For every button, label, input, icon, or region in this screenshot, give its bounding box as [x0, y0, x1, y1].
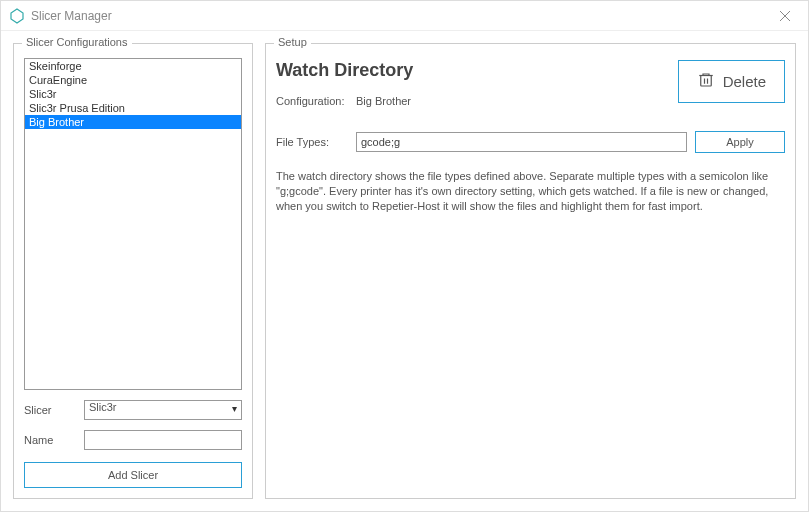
configuration-label: Configuration:: [276, 95, 356, 107]
apply-button[interactable]: Apply: [695, 131, 785, 153]
setup-group: Setup Watch Directory Configuration: Big…: [265, 43, 796, 499]
slicer-select[interactable]: Slic3r: [84, 400, 242, 420]
right-legend: Setup: [274, 36, 311, 48]
close-button[interactable]: [770, 1, 800, 31]
help-text: The watch directory shows the file types…: [276, 169, 785, 214]
left-legend: Slicer Configurations: [22, 36, 132, 48]
slicer-label: Slicer: [24, 404, 84, 416]
slicer-select-value: Slic3r: [89, 401, 117, 413]
svg-marker-0: [11, 9, 23, 23]
configuration-row: Configuration: Big Brother: [276, 95, 413, 107]
setup-title-block: Watch Directory Configuration: Big Broth…: [276, 60, 413, 107]
left-panel: Slicer Configurations SkeinforgeCuraEngi…: [13, 43, 253, 499]
add-slicer-button[interactable]: Add Slicer: [24, 462, 242, 488]
name-row: Name: [24, 430, 242, 450]
filetypes-label: File Types:: [276, 136, 348, 148]
right-panel: Setup Watch Directory Configuration: Big…: [265, 43, 796, 499]
slicer-configurations-group: Slicer Configurations SkeinforgeCuraEngi…: [13, 43, 253, 499]
filetypes-row: File Types: Apply: [276, 131, 785, 153]
titlebar: Slicer Manager: [1, 1, 808, 31]
close-icon: [780, 11, 790, 21]
filetypes-input[interactable]: [356, 132, 687, 152]
config-item[interactable]: Big Brother: [25, 115, 241, 129]
app-icon: [9, 8, 25, 24]
config-item[interactable]: Slic3r Prusa Edition: [25, 101, 241, 115]
delete-button[interactable]: Delete: [678, 60, 785, 103]
window-title: Slicer Manager: [31, 9, 112, 23]
config-item[interactable]: Slic3r: [25, 87, 241, 101]
config-item[interactable]: CuraEngine: [25, 73, 241, 87]
name-input[interactable]: [84, 430, 242, 450]
config-item[interactable]: Skeinforge: [25, 59, 241, 73]
slicer-manager-window: Slicer Manager Slicer Configurations Ske…: [0, 0, 809, 512]
content-area: Slicer Configurations SkeinforgeCuraEngi…: [1, 31, 808, 511]
delete-label: Delete: [723, 73, 766, 90]
trash-icon: [697, 71, 715, 92]
configuration-value: Big Brother: [356, 95, 411, 107]
setup-header: Watch Directory Configuration: Big Broth…: [276, 60, 785, 107]
watch-directory-title: Watch Directory: [276, 60, 413, 81]
name-label: Name: [24, 434, 84, 446]
config-list[interactable]: SkeinforgeCuraEngineSlic3rSlic3r Prusa E…: [24, 58, 242, 390]
svg-rect-3: [700, 76, 711, 87]
slicer-row: Slicer Slic3r: [24, 400, 242, 420]
